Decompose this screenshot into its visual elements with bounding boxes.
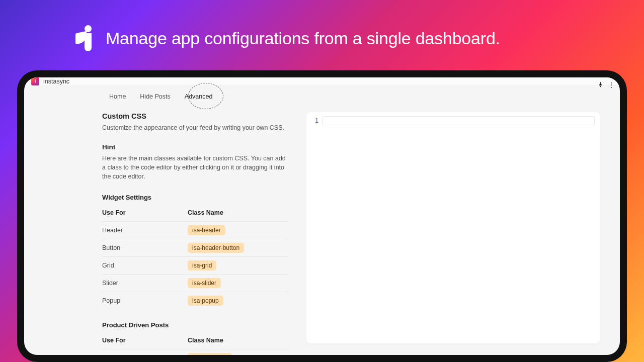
widget-settings-title: Widget Settings <box>102 194 288 201</box>
pdp-table: Use For Class Name Headerispdp-header Sl… <box>102 333 288 355</box>
table-row: Gridisa-grid <box>102 256 288 274</box>
tab-advanced[interactable]: Advanced <box>178 90 220 103</box>
class-chip[interactable]: ispdp-header <box>188 353 232 355</box>
pdp-title: Product Driven Posts <box>102 321 288 329</box>
custom-css-title: Custom CSS <box>102 112 288 120</box>
col-use-for: Use For <box>102 205 188 222</box>
editor-line-input[interactable] <box>323 116 595 125</box>
widget-settings-table: Use For Class Name Headerisa-header Butt… <box>102 205 288 309</box>
class-chip[interactable]: isa-header-button <box>188 243 244 253</box>
use-cell: Header <box>102 349 188 355</box>
col-use-for: Use For <box>102 333 188 349</box>
line-number: 1 <box>311 116 323 125</box>
custom-css-desc: Customize the appearance of your feed by… <box>102 123 288 132</box>
tablet-frame: i instasync ⋮ Home Hide Posts Advanced C… <box>17 70 627 362</box>
use-cell: Slider <box>102 274 188 292</box>
col-class-name: Class Name <box>188 205 288 222</box>
class-chip[interactable]: isa-grid <box>188 260 216 270</box>
class-chip[interactable]: isa-header <box>188 225 225 235</box>
tabs: Home Hide Posts Advanced <box>24 86 620 107</box>
title-bar: i instasync ⋮ <box>24 77 620 86</box>
class-chip[interactable]: isa-slider <box>188 278 221 288</box>
use-cell: Grid <box>102 256 188 274</box>
tab-home[interactable]: Home <box>102 90 133 103</box>
use-cell: Button <box>102 239 188 256</box>
table-row: Buttonisa-header-button <box>102 239 288 256</box>
table-row: Headerispdp-header <box>102 349 288 355</box>
hero-headline: Manage app configurations from a single … <box>106 29 500 48</box>
right-panel: 1 <box>303 107 620 355</box>
table-row: Headerisa-header <box>102 221 288 239</box>
table-row: Popupisa-popup <box>102 292 288 309</box>
app-name: instasync <box>43 78 69 85</box>
hero: Manage app configurations from a single … <box>75 25 500 51</box>
use-cell: Popup <box>102 292 188 309</box>
app-screen: i instasync ⋮ Home Hide Posts Advanced C… <box>24 77 620 355</box>
hint-desc: Here are the main classes available for … <box>102 154 288 181</box>
app-icon-letter: i <box>35 79 36 84</box>
table-row: Sliderisa-slider <box>102 274 288 292</box>
app-logo-icon <box>75 25 97 51</box>
tab-hide-posts[interactable]: Hide Posts <box>133 90 177 103</box>
app-icon: i <box>31 77 39 85</box>
left-panel: Custom CSS Customize the appearance of y… <box>24 107 303 355</box>
class-chip[interactable]: isa-popup <box>188 296 223 306</box>
hint-title: Hint <box>102 143 288 151</box>
col-class-name: Class Name <box>188 333 288 349</box>
use-cell: Header <box>102 221 188 239</box>
code-editor[interactable]: 1 <box>306 112 600 343</box>
